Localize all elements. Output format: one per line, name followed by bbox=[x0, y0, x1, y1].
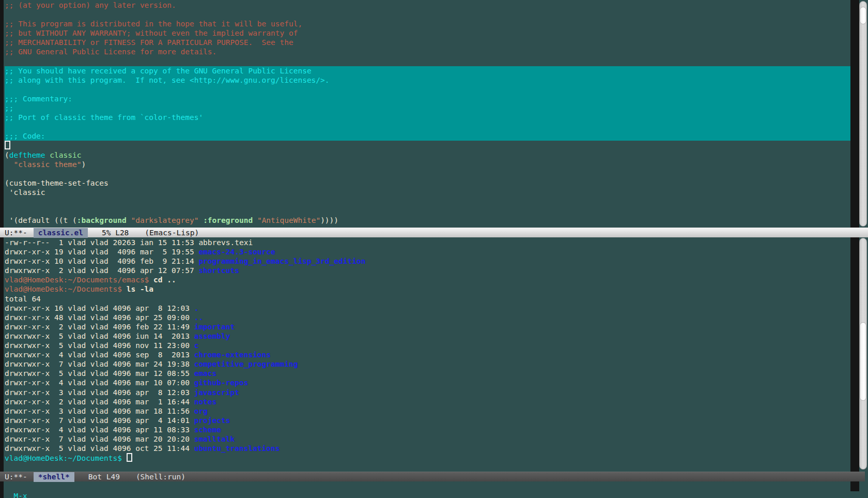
modeline-position: Bot L49 bbox=[88, 472, 120, 482]
shell-line-text: drwxr-xr-x 3 vlad vlad 4096 apr 8 12:03 bbox=[5, 388, 194, 397]
shell-line-text: chrome-extensions bbox=[194, 351, 271, 359]
shell-modeline[interactable]: U:**- *shell* Bot L49 (Shell:run) bbox=[0, 472, 865, 481]
editor-line-text: )))) bbox=[320, 216, 338, 224]
editor-line: ;; but WITHOUT ANY WARRANTY; without eve… bbox=[5, 28, 851, 38]
shell-line: drwxr-xr-x 48 vlad vlad 4096 apr 25 09:0… bbox=[5, 313, 851, 322]
shell-line-text: drwxrwxr-x 2 vlad vlad 4096 apr 12 07:57 bbox=[5, 266, 198, 275]
shell-line-text: drwxrwxr-x 4 vlad vlad 4096 sep 8 2013 bbox=[5, 351, 194, 359]
shell-line-text: drwxr-xr-x 48 vlad vlad 4096 apr 25 09:0… bbox=[5, 313, 194, 322]
shell-line-text: emacs-24.3-source bbox=[198, 248, 275, 256]
shell-line-text: drwxrwxr-x 4 vlad vlad 4096 apr 11 08:33 bbox=[5, 426, 194, 434]
shell-line-text: notes bbox=[194, 398, 217, 406]
shell-line-text: drwxrwxr-x 5 vlad vlad 4096 oct 25 11:44 bbox=[5, 444, 194, 452]
editor-line-text: "classic theme" bbox=[13, 160, 81, 169]
editor-line-text: classic bbox=[50, 151, 81, 159]
shell-line-text: smalltalk bbox=[194, 435, 235, 443]
shell-line-text: drwxr-xr-x 19 vlad vlad 4096 mar 5 19:55 bbox=[5, 248, 198, 256]
editor-line-text: ;; This program is distributed in the ho… bbox=[5, 20, 302, 28]
editor-line-text: ;;; Commentary: bbox=[5, 95, 72, 103]
shell-line-text: total 64 bbox=[5, 295, 41, 303]
modeline-major-mode[interactable]: (Shell:run) bbox=[136, 472, 185, 482]
shell-line-text: -rw-r--r-- 1 vlad vlad 20263 ian 15 11:5… bbox=[5, 238, 253, 247]
shell-scrollbar-thumb[interactable] bbox=[860, 322, 866, 401]
editor-line-text: :foreground bbox=[203, 216, 253, 224]
hollow-cursor bbox=[127, 453, 132, 462]
left-fringe bbox=[0, 0, 4, 498]
editor-line-text: ;; along with this program. If not, see … bbox=[5, 76, 330, 84]
hollow-cursor bbox=[5, 141, 10, 149]
shell-line: drwxrwxr-x 5 vlad vlad 4096 mar 12 08:55… bbox=[5, 369, 851, 378]
shell-line-text: javascript bbox=[194, 388, 239, 397]
editor-line-text: '(default ((t ( bbox=[5, 216, 77, 224]
shell-line-text: drwxr-xr-x 2 vlad vlad 4096 feb 22 11:49 bbox=[5, 323, 194, 331]
shell-line-text: vlad@HomeDesk:~/Documents$ bbox=[5, 454, 127, 462]
modeline-major-mode[interactable]: (Emacs-Lisp) bbox=[145, 228, 199, 238]
editor-line-text: (custom-theme-set-faces bbox=[5, 179, 109, 187]
editor-line-text: ;; You should have received a copy of th… bbox=[5, 67, 312, 75]
shell-line-text: competitive_programming bbox=[194, 360, 298, 368]
editor-line bbox=[5, 141, 851, 150]
editor-window-classic-el[interactable]: ;; (at your option) any later version.;;… bbox=[4, 1, 851, 227]
shell-line: drwxr-xr-x 16 vlad vlad 4096 apr 8 12:03… bbox=[5, 304, 851, 313]
editor-line-text: ;; GNU General Public License for more d… bbox=[5, 48, 216, 56]
shell-line: drwxrwxr-x 4 vlad vlad 4096 sep 8 2013 c… bbox=[5, 350, 851, 359]
shell-line: drwxrwxr-x 2 vlad vlad 4096 apr 12 07:57… bbox=[5, 266, 851, 275]
shell-line-text: drwxr-xr-x 3 vlad vlad 4096 mar 18 11:56 bbox=[5, 407, 194, 415]
shell-line-text: .. bbox=[194, 313, 203, 322]
shell-line: drwxr-xr-x 2 vlad vlad 4096 feb 22 11:49… bbox=[5, 322, 851, 331]
shell-line-text: assembly bbox=[194, 332, 230, 340]
editor-line-text: ;; Port of classic theme from `color-the… bbox=[5, 113, 203, 122]
editor-line bbox=[5, 206, 851, 216]
shell-line-text: drwxr-xr-x 7 vlad vlad 4096 apr 4 14:01 bbox=[5, 416, 194, 425]
editor-line-text: deftheme bbox=[9, 151, 45, 159]
shell-line-text: ubuntu_translations bbox=[194, 444, 280, 452]
editor-scrollbar-track[interactable] bbox=[859, 1, 867, 227]
editor-line-text: ;; MERCHANTABILITY or FITNESS FOR A PART… bbox=[5, 38, 293, 47]
shell-line-text: drwxr-xr-x 2 vlad vlad 4096 mar 1 16:44 bbox=[5, 398, 194, 406]
shell-line-text: c bbox=[194, 341, 199, 350]
shell-line: -rw-r--r-- 1 vlad vlad 20263 ian 15 11:5… bbox=[5, 238, 851, 247]
editor-line-text bbox=[5, 160, 13, 169]
editor-line: 'classic bbox=[5, 188, 851, 197]
editor-line: ;; This program is distributed in the ho… bbox=[5, 19, 851, 28]
editor-line-text: ;; but WITHOUT ANY WARRANTY; without eve… bbox=[5, 29, 298, 37]
shell-line: drwxrwxr-x 5 vlad vlad 4096 iun 14 2013 … bbox=[5, 331, 851, 341]
shell-line-text: programming_in_emacs_lisp_3rd_edition bbox=[198, 257, 365, 265]
editor-line-selected bbox=[5, 122, 851, 131]
right-fringe bbox=[850, 0, 859, 491]
editor-line bbox=[5, 169, 851, 178]
shell-line-text: drwxr-xr-x 16 vlad vlad 4096 apr 8 12:03 bbox=[5, 304, 194, 312]
modeline-buffer-name[interactable]: classic.el bbox=[34, 228, 88, 238]
editor-line-text: 'classic bbox=[5, 188, 45, 197]
modeline-buffer-name[interactable]: *shell* bbox=[34, 472, 74, 482]
shell-line: drwxr-xr-x 2 vlad vlad 4096 mar 1 16:44 … bbox=[5, 397, 851, 406]
shell-line-text: drwxrwxr-x 5 vlad vlad 4096 iun 14 2013 bbox=[5, 332, 194, 340]
shell-line-text: drwxrwxr-x 5 vlad vlad 4096 mar 12 08:55 bbox=[5, 369, 194, 378]
editor-line bbox=[5, 10, 851, 19]
shell-line-text: org bbox=[194, 407, 208, 415]
shell-line: drwxrwxr-x 5 vlad vlad 4096 nov 11 23:00… bbox=[5, 341, 851, 350]
shell-line-text: drwxr-xr-x 7 vlad vlad 4096 mar 20 20:20 bbox=[5, 435, 194, 443]
shell-line: vlad@HomeDesk:~/Documents/emacs$ cd .. bbox=[5, 275, 851, 284]
editor-line-text: "AntiqueWhite" bbox=[257, 216, 320, 224]
shell-line-text: shortcuts bbox=[198, 266, 239, 275]
editor-line-selected: ;; bbox=[5, 103, 851, 113]
editor-line-text: ) bbox=[81, 160, 86, 169]
shell-window[interactable]: -rw-r--r-- 1 vlad vlad 20263 ian 15 11:5… bbox=[4, 238, 851, 472]
minibuffer[interactable]: M-x bbox=[4, 481, 831, 491]
editor-line-selected: ;; Port of classic theme from `color-the… bbox=[5, 113, 851, 122]
editor-line-selected: ;; along with this program. If not, see … bbox=[5, 76, 851, 85]
editor-modeline[interactable]: U:**- classic.el 5% L28 (Emacs-Lisp) bbox=[0, 228, 868, 237]
editor-line: "classic theme") bbox=[5, 160, 851, 169]
shell-line-text: . bbox=[194, 304, 199, 312]
editor-line: ;; MERCHANTABILITY or FITNESS FOR A PART… bbox=[5, 38, 851, 47]
editor-line-text: :background bbox=[77, 216, 127, 224]
shell-line: drwxr-xr-x 7 vlad vlad 4096 mar 20 20:20… bbox=[5, 434, 851, 444]
modeline-status-flags: U:**- bbox=[5, 228, 27, 238]
shell-line: drwxr-xr-x 10 vlad vlad 4096 feb 9 21:14… bbox=[5, 256, 851, 266]
editor-line-text: ;; bbox=[5, 104, 13, 112]
editor-line-text: "darkslategrey" bbox=[131, 216, 198, 224]
shell-line-text: drwxrwxr-x 5 vlad vlad 4096 nov 11 23:00 bbox=[5, 341, 194, 350]
editor-line: (deftheme classic bbox=[5, 150, 851, 160]
editor-scrollbar-thumb[interactable] bbox=[860, 7, 866, 24]
